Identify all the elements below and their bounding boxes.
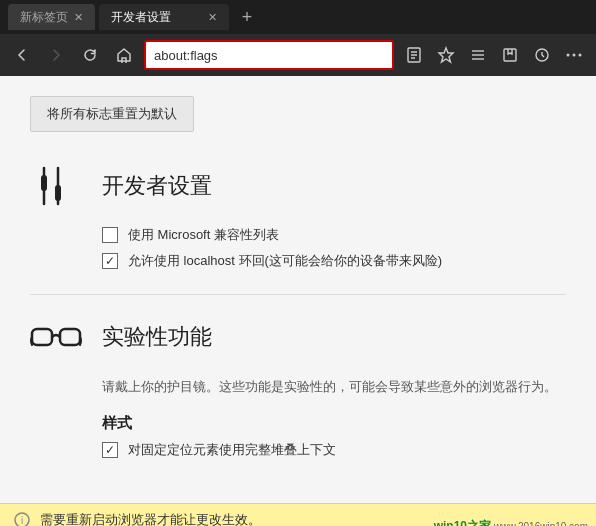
checkbox2-label: 允许使用 localhost 环回(这可能会给你的设备带来风险) [128,252,442,270]
nav-bar: about:flags [0,34,596,76]
tab-inactive-close[interactable]: ✕ [74,11,83,24]
goggles-icon [30,311,82,363]
section1-title: 开发者设置 [102,171,212,201]
status-info-icon: i [12,510,32,526]
checkbox1-row: 使用 Microsoft 兼容性列表 [30,226,566,244]
section2-checkbox1-row: ✓ 对固定定位元素使用完整堆叠上下文 [30,441,566,459]
developer-settings-section: 开发者设置 使用 Microsoft 兼容性列表 ✓ 允许使用 localhos… [30,160,566,270]
section2-description: 请戴上你的护目镜。这些功能是实验性的，可能会导致某些意外的浏览器行为。 [30,377,566,398]
page-content: 将所有标志重置为默认 开发者设置 [0,76,596,503]
web-note-icon[interactable] [496,41,524,69]
refresh-button[interactable] [76,41,104,69]
reading-list-icon[interactable] [400,41,428,69]
favorites-icon[interactable] [432,41,460,69]
section2-checkbox1-label: 对固定定位元素使用完整堆叠上下文 [128,441,336,459]
section1-header: 开发者设置 [30,160,566,212]
section2-header: 实验性功能 [30,311,566,363]
hub-icon[interactable] [464,41,492,69]
extensions-icon[interactable] [528,41,556,69]
tab-active-label: 开发者设置 [111,9,171,26]
section2-checkbox1-check: ✓ [105,444,115,456]
section-divider [30,294,566,295]
svg-rect-15 [60,329,80,345]
tab-inactive[interactable]: 新标签页 ✕ [8,4,95,30]
checkbox1-label: 使用 Microsoft 兼容性列表 [128,226,279,244]
tab-active[interactable]: 开发者设置 ✕ [99,4,229,30]
checkbox2-row: ✓ 允许使用 localhost 环回(这可能会给你的设备带来风险) [30,252,566,270]
checkbox2-check: ✓ [105,255,115,267]
section2-title: 实验性功能 [102,322,212,352]
checkbox1[interactable] [102,227,118,243]
experimental-features-section: 实验性功能 请戴上你的护目镜。这些功能是实验性的，可能会导致某些意外的浏览器行为… [30,311,566,459]
back-button[interactable] [8,41,36,69]
status-bar: i 需要重新启动浏览器才能让更改生效。 win10之家 www.2016win1… [0,503,596,526]
watermark-logo: win10之家 www.2016win10.com [434,518,588,526]
developer-icon [30,160,82,212]
new-tab-button[interactable]: + [233,3,261,31]
tab-bar: 新标签页 ✕ 开发者设置 ✕ + [0,0,596,34]
reset-flags-button[interactable]: 将所有标志重置为默认 [30,96,194,132]
svg-point-8 [573,54,576,57]
tab-inactive-label: 新标签页 [20,9,68,26]
svg-point-7 [567,54,570,57]
status-text: 需要重新启动浏览器才能让更改生效。 [40,511,261,526]
nav-right-icons [400,41,588,69]
subsection-style-title: 样式 [30,414,566,433]
more-button[interactable] [560,41,588,69]
svg-rect-14 [32,329,52,345]
section2-checkbox1[interactable]: ✓ [102,442,118,458]
address-text: about:flags [154,48,384,63]
forward-button[interactable] [42,41,70,69]
svg-marker-1 [439,48,453,62]
svg-point-9 [579,54,582,57]
svg-text:i: i [21,515,23,526]
address-bar[interactable]: about:flags [144,40,394,70]
checkbox2[interactable]: ✓ [102,253,118,269]
home-button[interactable] [110,41,138,69]
tab-active-close[interactable]: ✕ [208,11,217,24]
svg-rect-5 [504,49,516,61]
